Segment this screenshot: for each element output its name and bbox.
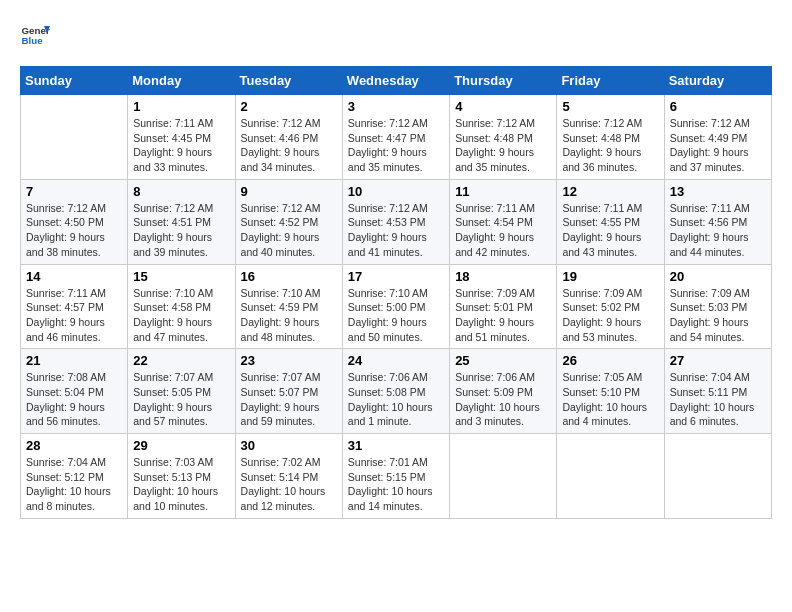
calendar-cell: 13Sunrise: 7:11 AM Sunset: 4:56 PM Dayli… bbox=[664, 179, 771, 264]
calendar-cell: 31Sunrise: 7:01 AM Sunset: 5:15 PM Dayli… bbox=[342, 434, 449, 519]
calendar-cell: 10Sunrise: 7:12 AM Sunset: 4:53 PM Dayli… bbox=[342, 179, 449, 264]
calendar-week-row: 1Sunrise: 7:11 AM Sunset: 4:45 PM Daylig… bbox=[21, 95, 772, 180]
day-info: Sunrise: 7:11 AM Sunset: 4:45 PM Dayligh… bbox=[133, 116, 229, 175]
calendar-cell: 4Sunrise: 7:12 AM Sunset: 4:48 PM Daylig… bbox=[450, 95, 557, 180]
day-number: 20 bbox=[670, 269, 766, 284]
calendar-cell: 8Sunrise: 7:12 AM Sunset: 4:51 PM Daylig… bbox=[128, 179, 235, 264]
calendar-cell: 1Sunrise: 7:11 AM Sunset: 4:45 PM Daylig… bbox=[128, 95, 235, 180]
day-info: Sunrise: 7:12 AM Sunset: 4:53 PM Dayligh… bbox=[348, 201, 444, 260]
day-info: Sunrise: 7:12 AM Sunset: 4:51 PM Dayligh… bbox=[133, 201, 229, 260]
column-header-wednesday: Wednesday bbox=[342, 67, 449, 95]
day-number: 5 bbox=[562, 99, 658, 114]
calendar-cell: 21Sunrise: 7:08 AM Sunset: 5:04 PM Dayli… bbox=[21, 349, 128, 434]
logo: General Blue bbox=[20, 20, 50, 50]
day-number: 23 bbox=[241, 353, 337, 368]
day-info: Sunrise: 7:07 AM Sunset: 5:05 PM Dayligh… bbox=[133, 370, 229, 429]
svg-text:Blue: Blue bbox=[22, 35, 44, 46]
day-info: Sunrise: 7:10 AM Sunset: 5:00 PM Dayligh… bbox=[348, 286, 444, 345]
day-info: Sunrise: 7:06 AM Sunset: 5:09 PM Dayligh… bbox=[455, 370, 551, 429]
day-info: Sunrise: 7:12 AM Sunset: 4:50 PM Dayligh… bbox=[26, 201, 122, 260]
day-info: Sunrise: 7:11 AM Sunset: 4:57 PM Dayligh… bbox=[26, 286, 122, 345]
day-number: 11 bbox=[455, 184, 551, 199]
column-header-friday: Friday bbox=[557, 67, 664, 95]
day-number: 29 bbox=[133, 438, 229, 453]
day-info: Sunrise: 7:12 AM Sunset: 4:49 PM Dayligh… bbox=[670, 116, 766, 175]
day-info: Sunrise: 7:11 AM Sunset: 4:55 PM Dayligh… bbox=[562, 201, 658, 260]
day-info: Sunrise: 7:03 AM Sunset: 5:13 PM Dayligh… bbox=[133, 455, 229, 514]
calendar-cell: 20Sunrise: 7:09 AM Sunset: 5:03 PM Dayli… bbox=[664, 264, 771, 349]
day-info: Sunrise: 7:10 AM Sunset: 4:58 PM Dayligh… bbox=[133, 286, 229, 345]
day-number: 28 bbox=[26, 438, 122, 453]
calendar-cell: 26Sunrise: 7:05 AM Sunset: 5:10 PM Dayli… bbox=[557, 349, 664, 434]
calendar-cell bbox=[557, 434, 664, 519]
calendar-cell: 11Sunrise: 7:11 AM Sunset: 4:54 PM Dayli… bbox=[450, 179, 557, 264]
calendar-cell: 15Sunrise: 7:10 AM Sunset: 4:58 PM Dayli… bbox=[128, 264, 235, 349]
day-info: Sunrise: 7:06 AM Sunset: 5:08 PM Dayligh… bbox=[348, 370, 444, 429]
day-number: 21 bbox=[26, 353, 122, 368]
calendar-cell: 29Sunrise: 7:03 AM Sunset: 5:13 PM Dayli… bbox=[128, 434, 235, 519]
calendar-cell: 27Sunrise: 7:04 AM Sunset: 5:11 PM Dayli… bbox=[664, 349, 771, 434]
day-number: 24 bbox=[348, 353, 444, 368]
page-header: General Blue bbox=[20, 20, 772, 50]
day-number: 15 bbox=[133, 269, 229, 284]
calendar-cell: 22Sunrise: 7:07 AM Sunset: 5:05 PM Dayli… bbox=[128, 349, 235, 434]
day-number: 9 bbox=[241, 184, 337, 199]
calendar-cell: 23Sunrise: 7:07 AM Sunset: 5:07 PM Dayli… bbox=[235, 349, 342, 434]
logo-icon: General Blue bbox=[20, 20, 50, 50]
calendar-cell: 18Sunrise: 7:09 AM Sunset: 5:01 PM Dayli… bbox=[450, 264, 557, 349]
day-number: 19 bbox=[562, 269, 658, 284]
day-info: Sunrise: 7:12 AM Sunset: 4:46 PM Dayligh… bbox=[241, 116, 337, 175]
calendar-cell: 25Sunrise: 7:06 AM Sunset: 5:09 PM Dayli… bbox=[450, 349, 557, 434]
day-number: 2 bbox=[241, 99, 337, 114]
day-number: 13 bbox=[670, 184, 766, 199]
calendar-cell: 16Sunrise: 7:10 AM Sunset: 4:59 PM Dayli… bbox=[235, 264, 342, 349]
day-info: Sunrise: 7:12 AM Sunset: 4:52 PM Dayligh… bbox=[241, 201, 337, 260]
calendar-cell bbox=[450, 434, 557, 519]
column-header-saturday: Saturday bbox=[664, 67, 771, 95]
day-info: Sunrise: 7:05 AM Sunset: 5:10 PM Dayligh… bbox=[562, 370, 658, 429]
day-info: Sunrise: 7:12 AM Sunset: 4:48 PM Dayligh… bbox=[455, 116, 551, 175]
calendar-week-row: 7Sunrise: 7:12 AM Sunset: 4:50 PM Daylig… bbox=[21, 179, 772, 264]
column-header-thursday: Thursday bbox=[450, 67, 557, 95]
day-number: 30 bbox=[241, 438, 337, 453]
day-info: Sunrise: 7:07 AM Sunset: 5:07 PM Dayligh… bbox=[241, 370, 337, 429]
day-number: 16 bbox=[241, 269, 337, 284]
calendar-cell: 6Sunrise: 7:12 AM Sunset: 4:49 PM Daylig… bbox=[664, 95, 771, 180]
day-info: Sunrise: 7:09 AM Sunset: 5:01 PM Dayligh… bbox=[455, 286, 551, 345]
calendar-cell: 5Sunrise: 7:12 AM Sunset: 4:48 PM Daylig… bbox=[557, 95, 664, 180]
day-number: 18 bbox=[455, 269, 551, 284]
day-info: Sunrise: 7:10 AM Sunset: 4:59 PM Dayligh… bbox=[241, 286, 337, 345]
day-info: Sunrise: 7:08 AM Sunset: 5:04 PM Dayligh… bbox=[26, 370, 122, 429]
day-number: 6 bbox=[670, 99, 766, 114]
calendar-cell: 28Sunrise: 7:04 AM Sunset: 5:12 PM Dayli… bbox=[21, 434, 128, 519]
calendar-cell: 12Sunrise: 7:11 AM Sunset: 4:55 PM Dayli… bbox=[557, 179, 664, 264]
day-info: Sunrise: 7:09 AM Sunset: 5:03 PM Dayligh… bbox=[670, 286, 766, 345]
day-number: 17 bbox=[348, 269, 444, 284]
day-info: Sunrise: 7:04 AM Sunset: 5:11 PM Dayligh… bbox=[670, 370, 766, 429]
calendar-cell: 24Sunrise: 7:06 AM Sunset: 5:08 PM Dayli… bbox=[342, 349, 449, 434]
calendar-week-row: 28Sunrise: 7:04 AM Sunset: 5:12 PM Dayli… bbox=[21, 434, 772, 519]
calendar-cell: 30Sunrise: 7:02 AM Sunset: 5:14 PM Dayli… bbox=[235, 434, 342, 519]
day-number: 3 bbox=[348, 99, 444, 114]
day-info: Sunrise: 7:04 AM Sunset: 5:12 PM Dayligh… bbox=[26, 455, 122, 514]
calendar-header-row: SundayMondayTuesdayWednesdayThursdayFrid… bbox=[21, 67, 772, 95]
column-header-monday: Monday bbox=[128, 67, 235, 95]
calendar-cell: 7Sunrise: 7:12 AM Sunset: 4:50 PM Daylig… bbox=[21, 179, 128, 264]
day-number: 7 bbox=[26, 184, 122, 199]
day-number: 12 bbox=[562, 184, 658, 199]
calendar-cell: 9Sunrise: 7:12 AM Sunset: 4:52 PM Daylig… bbox=[235, 179, 342, 264]
calendar-cell bbox=[21, 95, 128, 180]
day-number: 31 bbox=[348, 438, 444, 453]
day-info: Sunrise: 7:02 AM Sunset: 5:14 PM Dayligh… bbox=[241, 455, 337, 514]
day-info: Sunrise: 7:01 AM Sunset: 5:15 PM Dayligh… bbox=[348, 455, 444, 514]
day-info: Sunrise: 7:09 AM Sunset: 5:02 PM Dayligh… bbox=[562, 286, 658, 345]
day-number: 22 bbox=[133, 353, 229, 368]
day-info: Sunrise: 7:11 AM Sunset: 4:56 PM Dayligh… bbox=[670, 201, 766, 260]
day-number: 25 bbox=[455, 353, 551, 368]
calendar-week-row: 21Sunrise: 7:08 AM Sunset: 5:04 PM Dayli… bbox=[21, 349, 772, 434]
day-number: 26 bbox=[562, 353, 658, 368]
day-number: 4 bbox=[455, 99, 551, 114]
day-number: 10 bbox=[348, 184, 444, 199]
calendar-cell: 14Sunrise: 7:11 AM Sunset: 4:57 PM Dayli… bbox=[21, 264, 128, 349]
calendar-cell: 19Sunrise: 7:09 AM Sunset: 5:02 PM Dayli… bbox=[557, 264, 664, 349]
